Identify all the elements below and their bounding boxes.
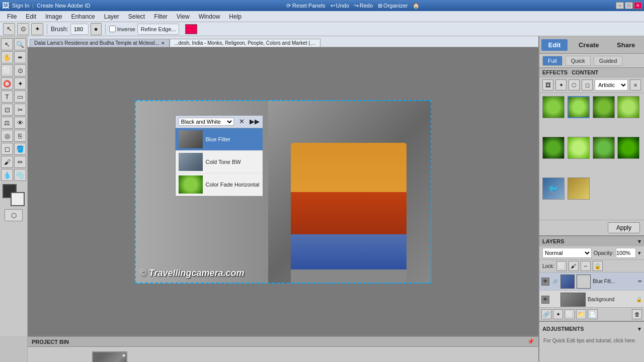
lasso-tool-btn[interactable]: ⊙: [17, 23, 29, 35]
mode-share-btn[interactable]: Share: [610, 39, 642, 51]
effects-style-btn[interactable]: ✦: [555, 79, 567, 90]
menu-view[interactable]: View: [173, 12, 194, 21]
home-btn[interactable]: 🏠: [413, 3, 420, 9]
inverse-checkbox[interactable]: [109, 26, 116, 32]
mode-create-btn[interactable]: Create: [572, 39, 606, 51]
dropdown-close-btn[interactable]: ✕: [239, 118, 245, 125]
filter-item-color[interactable]: Color Fade Horizontal: [176, 173, 263, 196]
apply-button[interactable]: Apply: [608, 222, 640, 233]
text-tool-btn[interactable]: T: [1, 90, 13, 103]
maximize-btn[interactable]: □: [625, 2, 633, 9]
mode-edit-btn[interactable]: Edit: [541, 39, 568, 51]
hand-tool-btn[interactable]: ✋: [1, 51, 13, 63]
add-mask-btn[interactable]: ⬜: [565, 309, 575, 319]
effect-cell-bird[interactable]: 🐦: [542, 177, 565, 200]
menu-window[interactable]: Window: [195, 12, 224, 21]
marquee-tool-btn[interactable]: ⬜: [1, 64, 13, 76]
redo-btn[interactable]: ↪ Redo: [354, 3, 373, 9]
shape-tool-btn[interactable]: ▭: [14, 90, 26, 103]
effect-cell-1[interactable]: [542, 96, 565, 118]
effects-style-select[interactable]: Artistic: [595, 79, 628, 90]
background-color[interactable]: [11, 192, 25, 206]
magic-wand-btn[interactable]: ✦: [31, 23, 43, 35]
lock-all-btn[interactable]: 🔒: [593, 261, 603, 271]
refine-edge-btn[interactable]: Refine Edge...: [137, 24, 180, 35]
selection-tool-btn[interactable]: ↖: [3, 23, 15, 35]
brush-tool-btn[interactable]: 🖌: [1, 156, 13, 168]
menu-image[interactable]: Image: [41, 12, 66, 21]
effect-cell-5[interactable]: [542, 137, 565, 159]
effect-cell-4[interactable]: [617, 96, 639, 118]
brush-size-input[interactable]: [70, 24, 89, 35]
layers-collapse-btn[interactable]: ▾: [638, 238, 641, 245]
effect-cell-special[interactable]: [568, 177, 590, 200]
move-tool-btn[interactable]: ↖: [1, 38, 13, 50]
sign-in-btn[interactable]: Sign In: [12, 3, 29, 9]
layer-edit-icon[interactable]: ✏: [638, 279, 642, 284]
lasso-btn[interactable]: ⊙: [14, 64, 26, 76]
straighten-btn[interactable]: ⚖: [1, 117, 13, 129]
create-id-btn[interactable]: Create New Adobe ID: [37, 3, 90, 9]
layer-row-background[interactable]: 👁 Background 🔒: [539, 291, 644, 307]
menu-layer[interactable]: Layer: [100, 12, 123, 21]
tab-quick[interactable]: Quick: [566, 56, 591, 66]
filter-category-select[interactable]: Black and White: [179, 118, 234, 126]
tab-guided[interactable]: Guided: [594, 56, 622, 66]
crop-tool-btn[interactable]: ⊡: [1, 104, 13, 116]
filter-item-cold[interactable]: Cold Tone BW: [176, 151, 263, 173]
bin-thumbnail[interactable]: ★: [92, 351, 127, 362]
effects-texture-btn[interactable]: ⬡: [569, 79, 580, 90]
tab1-close[interactable]: ✕: [161, 41, 165, 46]
tab-full[interactable]: Full: [542, 56, 562, 66]
link-layers-btn[interactable]: 🔗: [541, 309, 551, 319]
layer-eye-1[interactable]: 👁: [541, 278, 549, 286]
new-group-btn[interactable]: 📁: [576, 309, 586, 319]
paintbucket-btn[interactable]: 🪣: [14, 143, 26, 155]
magic-btn[interactable]: ✦: [14, 77, 26, 89]
menu-filter[interactable]: Filter: [150, 12, 172, 21]
menu-help[interactable]: Help: [225, 12, 246, 21]
pencil-btn[interactable]: ✏: [14, 156, 26, 168]
dropdown-expand-btn[interactable]: ▶▶: [250, 118, 260, 125]
effect-cell-3[interactable]: [593, 96, 615, 118]
effect-cell-2[interactable]: [568, 96, 590, 118]
blur-btn[interactable]: 💧: [1, 169, 13, 181]
tab-1[interactable]: Dalai Lama's Residence and Budha Temple …: [30, 39, 170, 47]
extra-tool-btn[interactable]: ⬡: [5, 209, 23, 221]
add-style-btn[interactable]: ✦: [553, 309, 563, 319]
redeye-btn[interactable]: 👁: [14, 117, 26, 129]
effects-frame-btn[interactable]: ◻: [582, 79, 593, 90]
close-btn[interactable]: ✕: [634, 2, 642, 9]
adjustments-collapse-btn[interactable]: ▾: [638, 326, 641, 332]
new-layer-btn[interactable]: 📄: [588, 309, 598, 319]
reset-panels-btn[interactable]: ⟳ Reset Panels: [286, 3, 325, 9]
zoom-tool-btn[interactable]: 🔍: [14, 38, 26, 50]
effect-cell-7[interactable]: [593, 137, 615, 159]
project-bin-pin-btn[interactable]: 📌: [527, 338, 534, 345]
menu-edit[interactable]: Edit: [22, 12, 40, 21]
clone-btn[interactable]: ⎘: [14, 130, 26, 142]
menu-select[interactable]: Select: [124, 12, 149, 21]
opacity-arrow-btn[interactable]: ▾: [638, 250, 641, 256]
brush-preview[interactable]: ●: [91, 23, 102, 35]
eraser-btn[interactable]: ◻: [1, 143, 13, 155]
effects-filter-btn[interactable]: 🖼: [542, 79, 553, 90]
layer-eye-2[interactable]: 👁: [541, 296, 549, 304]
undo-btn[interactable]: ↩ Undo: [331, 3, 349, 9]
blend-mode-select[interactable]: Normal: [542, 248, 592, 258]
effects-expand-btn[interactable]: ≡: [630, 79, 641, 90]
quick-select-btn[interactable]: ⭕: [1, 77, 13, 89]
lock-position-btn[interactable]: ↔: [581, 261, 591, 271]
organizer-btn[interactable]: ⊞ Organizer: [378, 3, 408, 9]
spot-heal-btn[interactable]: ◎: [1, 130, 13, 142]
eyedropper-btn[interactable]: ✒: [14, 51, 26, 63]
tab-2[interactable]: ...desh, India - Monks, Religeon, People…: [170, 39, 320, 47]
sponge-btn[interactable]: 🫧: [14, 169, 26, 181]
opacity-input[interactable]: [616, 248, 636, 258]
effect-cell-6[interactable]: [568, 137, 590, 159]
menu-enhance[interactable]: Enhance: [67, 12, 99, 21]
layer-row-blue-filter[interactable]: 👁 🔗 Blue Filt... ✏: [539, 273, 644, 291]
delete-layer-btn[interactable]: 🗑: [632, 309, 642, 319]
filter-item-blue[interactable]: Blue Filter: [176, 128, 263, 151]
lock-transparent-btn[interactable]: ⬜: [556, 261, 567, 271]
